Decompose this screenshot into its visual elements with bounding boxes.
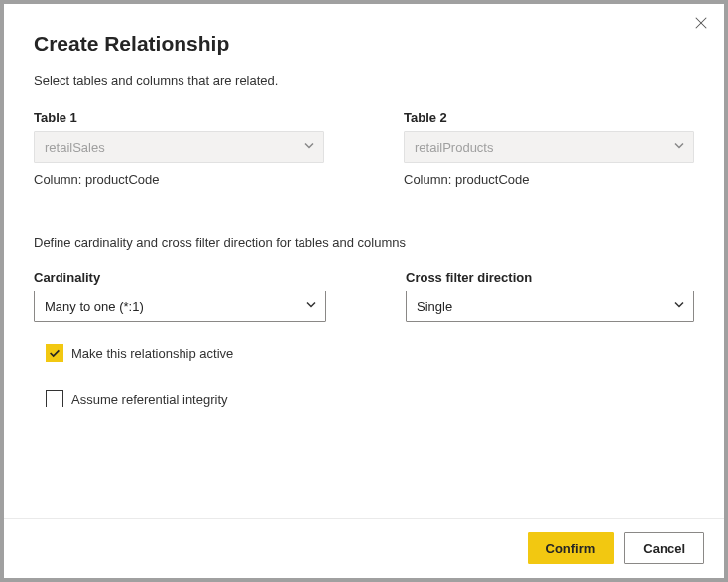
chevron-down-icon: [305, 299, 317, 314]
table2-value: retailProducts: [415, 140, 493, 155]
chevron-down-icon: [303, 140, 315, 155]
cancel-button[interactable]: Cancel: [624, 532, 704, 564]
integrity-checkbox-row: Assume referential integrity: [46, 390, 694, 407]
cardinality-label: Cardinality: [34, 270, 326, 285]
cardinality-value: Many to one (*:1): [45, 299, 144, 314]
dialog-subtitle: Select tables and columns that are relat…: [34, 73, 694, 88]
dialog-title: Create Relationship: [34, 32, 694, 56]
dialog-content: Create Relationship Select tables and co…: [4, 4, 724, 518]
tables-row: Table 1 retailSales Column: productCode …: [34, 110, 694, 187]
options-row: Cardinality Many to one (*:1) Cross filt…: [34, 270, 694, 322]
table2-column: Column: productCode: [404, 173, 694, 187]
section-description: Define cardinality and cross filter dire…: [34, 235, 694, 250]
table1-column: Column: productCode: [34, 173, 324, 187]
cardinality-select[interactable]: Many to one (*:1): [34, 291, 326, 322]
table1-select[interactable]: retailSales: [34, 131, 324, 163]
cross-filter-value: Single: [417, 299, 452, 314]
check-icon: [48, 346, 61, 360]
cross-filter-label: Cross filter direction: [406, 270, 694, 285]
table1-value: retailSales: [45, 140, 105, 155]
chevron-down-icon: [673, 140, 685, 155]
active-checkbox-label: Make this relationship active: [71, 346, 233, 361]
table1-group: Table 1 retailSales Column: productCode: [34, 110, 324, 187]
table1-label: Table 1: [34, 110, 324, 125]
active-checkbox[interactable]: [46, 344, 63, 362]
dialog-footer: Confirm Cancel: [4, 518, 724, 578]
create-relationship-dialog: Create Relationship Select tables and co…: [4, 4, 724, 578]
cardinality-group: Cardinality Many to one (*:1): [34, 270, 326, 322]
integrity-checkbox[interactable]: [46, 390, 63, 407]
confirm-button[interactable]: Confirm: [528, 532, 615, 564]
table2-select[interactable]: retailProducts: [404, 131, 694, 163]
close-icon: [694, 16, 708, 30]
close-button[interactable]: [694, 16, 710, 32]
cross-filter-select[interactable]: Single: [406, 291, 694, 322]
chevron-down-icon: [673, 299, 685, 314]
cross-filter-group: Cross filter direction Single: [406, 270, 694, 322]
table2-group: Table 2 retailProducts Column: productCo…: [404, 110, 694, 187]
integrity-checkbox-label: Assume referential integrity: [71, 392, 228, 407]
table2-label: Table 2: [404, 110, 694, 125]
active-checkbox-row: Make this relationship active: [46, 344, 694, 362]
